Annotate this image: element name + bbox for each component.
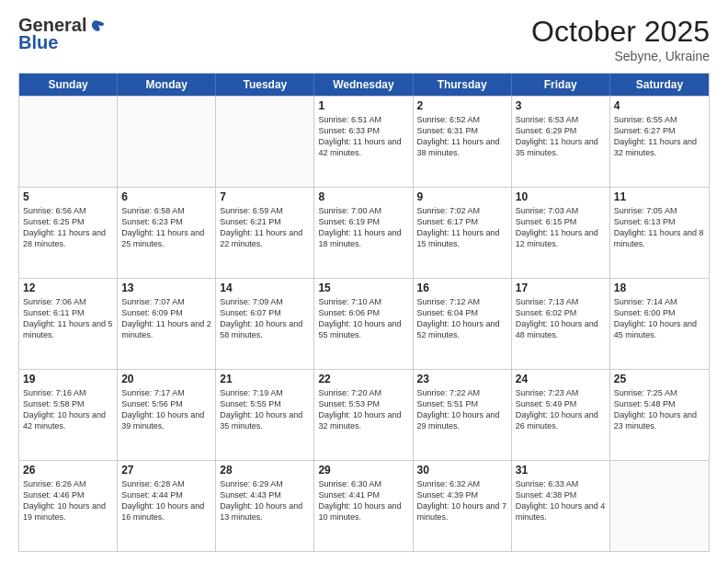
day-info: Sunrise: 6:32 AM Sunset: 4:39 PM Dayligh… [417, 478, 507, 523]
day-cell-18: 18Sunrise: 7:14 AM Sunset: 6:00 PM Dayli… [610, 279, 709, 369]
day-info: Sunrise: 6:53 AM Sunset: 6:29 PM Dayligh… [516, 114, 606, 159]
day-info: Sunrise: 7:09 AM Sunset: 6:07 PM Dayligh… [220, 296, 310, 341]
day-number: 14 [220, 282, 310, 294]
day-number: 23 [417, 373, 507, 385]
day-cell-1: 1Sunrise: 6:51 AM Sunset: 6:33 PM Daylig… [314, 97, 413, 187]
day-header-monday: Monday [118, 74, 216, 96]
day-info: Sunrise: 6:52 AM Sunset: 6:31 PM Dayligh… [417, 114, 507, 159]
logo-blue-text: Blue [18, 32, 58, 53]
day-info: Sunrise: 7:13 AM Sunset: 6:02 PM Dayligh… [516, 296, 606, 341]
day-header-saturday: Saturday [610, 74, 709, 96]
day-number: 12 [23, 282, 113, 294]
day-info: Sunrise: 7:02 AM Sunset: 6:17 PM Dayligh… [417, 205, 507, 250]
day-info: Sunrise: 7:14 AM Sunset: 6:00 PM Dayligh… [614, 296, 705, 341]
day-info: Sunrise: 6:51 AM Sunset: 6:33 PM Dayligh… [318, 114, 408, 159]
calendar-row-2: 5Sunrise: 6:56 AM Sunset: 6:25 PM Daylig… [19, 187, 709, 278]
day-cell-28: 28Sunrise: 6:29 AM Sunset: 4:43 PM Dayli… [216, 461, 314, 551]
month-title: October 2025 [531, 15, 710, 49]
empty-cell-4-6 [610, 461, 709, 551]
day-number: 31 [516, 464, 606, 477]
day-info: Sunrise: 6:30 AM Sunset: 4:41 PM Dayligh… [318, 478, 408, 523]
day-number: 16 [417, 282, 507, 294]
day-header-wednesday: Wednesday [314, 74, 413, 96]
day-number: 19 [23, 373, 113, 385]
empty-cell-0-1 [118, 97, 216, 187]
day-number: 15 [318, 282, 408, 294]
day-info: Sunrise: 7:05 AM Sunset: 6:13 PM Dayligh… [614, 205, 705, 250]
day-info: Sunrise: 6:56 AM Sunset: 6:25 PM Dayligh… [23, 205, 113, 250]
day-cell-11: 11Sunrise: 7:05 AM Sunset: 6:13 PM Dayli… [610, 188, 709, 278]
day-header-friday: Friday [512, 74, 610, 96]
day-info: Sunrise: 7:03 AM Sunset: 6:15 PM Dayligh… [516, 205, 606, 250]
day-cell-2: 2Sunrise: 6:52 AM Sunset: 6:31 PM Daylig… [414, 97, 512, 187]
day-cell-6: 6Sunrise: 6:58 AM Sunset: 6:23 PM Daylig… [118, 188, 216, 278]
day-info: Sunrise: 7:17 AM Sunset: 5:56 PM Dayligh… [121, 387, 211, 432]
calendar-header: SundayMondayTuesdayWednesdayThursdayFrid… [19, 74, 709, 96]
day-number: 8 [318, 190, 408, 203]
day-number: 21 [220, 373, 310, 385]
day-info: Sunrise: 7:16 AM Sunset: 5:58 PM Dayligh… [23, 387, 113, 432]
calendar-row-5: 26Sunrise: 6:26 AM Sunset: 4:46 PM Dayli… [19, 460, 709, 551]
day-cell-23: 23Sunrise: 7:22 AM Sunset: 5:51 PM Dayli… [414, 370, 512, 460]
day-info: Sunrise: 7:23 AM Sunset: 5:49 PM Dayligh… [516, 387, 606, 432]
day-cell-7: 7Sunrise: 6:59 AM Sunset: 6:21 PM Daylig… [216, 188, 314, 278]
day-number: 22 [318, 373, 408, 385]
day-header-thursday: Thursday [414, 74, 512, 96]
day-cell-21: 21Sunrise: 7:19 AM Sunset: 5:55 PM Dayli… [216, 370, 314, 460]
day-cell-4: 4Sunrise: 6:55 AM Sunset: 6:27 PM Daylig… [610, 97, 709, 187]
day-number: 7 [220, 190, 310, 203]
day-number: 4 [614, 99, 705, 112]
page: General Blue October 2025 Sebyne, Ukrain… [0, 0, 728, 563]
day-cell-22: 22Sunrise: 7:20 AM Sunset: 5:53 PM Dayli… [314, 370, 413, 460]
day-info: Sunrise: 6:55 AM Sunset: 6:27 PM Dayligh… [614, 114, 705, 159]
day-cell-8: 8Sunrise: 7:00 AM Sunset: 6:19 PM Daylig… [314, 188, 413, 278]
day-number: 9 [417, 190, 507, 203]
logo: General Blue [18, 15, 105, 53]
location: Sebyne, Ukraine [531, 49, 710, 63]
day-cell-25: 25Sunrise: 7:25 AM Sunset: 5:48 PM Dayli… [610, 370, 709, 460]
day-number: 10 [516, 190, 606, 203]
day-info: Sunrise: 7:00 AM Sunset: 6:19 PM Dayligh… [318, 205, 408, 250]
calendar-row-3: 12Sunrise: 7:06 AM Sunset: 6:11 PM Dayli… [19, 278, 709, 369]
day-number: 3 [516, 99, 606, 112]
day-cell-24: 24Sunrise: 7:23 AM Sunset: 5:49 PM Dayli… [512, 370, 610, 460]
day-cell-5: 5Sunrise: 6:56 AM Sunset: 6:25 PM Daylig… [19, 188, 118, 278]
day-cell-31: 31Sunrise: 6:33 AM Sunset: 4:38 PM Dayli… [512, 461, 610, 551]
day-cell-30: 30Sunrise: 6:32 AM Sunset: 4:39 PM Dayli… [414, 461, 512, 551]
day-info: Sunrise: 7:19 AM Sunset: 5:55 PM Dayligh… [220, 387, 310, 432]
day-cell-17: 17Sunrise: 7:13 AM Sunset: 6:02 PM Dayli… [512, 279, 610, 369]
day-number: 2 [417, 99, 507, 112]
day-number: 27 [121, 464, 211, 477]
calendar-row-1: 1Sunrise: 6:51 AM Sunset: 6:33 PM Daylig… [19, 96, 709, 187]
day-number: 11 [614, 190, 705, 203]
day-header-sunday: Sunday [19, 74, 118, 96]
day-number: 1 [318, 99, 408, 112]
day-number: 26 [23, 464, 113, 477]
day-cell-16: 16Sunrise: 7:12 AM Sunset: 6:04 PM Dayli… [414, 279, 512, 369]
day-number: 28 [220, 464, 310, 477]
day-cell-19: 19Sunrise: 7:16 AM Sunset: 5:58 PM Dayli… [19, 370, 118, 460]
day-info: Sunrise: 7:12 AM Sunset: 6:04 PM Dayligh… [417, 296, 507, 341]
day-number: 6 [121, 190, 211, 203]
day-cell-14: 14Sunrise: 7:09 AM Sunset: 6:07 PM Dayli… [216, 279, 314, 369]
day-info: Sunrise: 6:59 AM Sunset: 6:21 PM Dayligh… [220, 205, 310, 250]
day-cell-10: 10Sunrise: 7:03 AM Sunset: 6:15 PM Dayli… [512, 188, 610, 278]
day-cell-26: 26Sunrise: 6:26 AM Sunset: 4:46 PM Dayli… [19, 461, 118, 551]
day-cell-20: 20Sunrise: 7:17 AM Sunset: 5:56 PM Dayli… [118, 370, 216, 460]
empty-cell-0-2 [216, 97, 314, 187]
day-number: 13 [121, 282, 211, 294]
day-info: Sunrise: 6:58 AM Sunset: 6:23 PM Dayligh… [121, 205, 211, 250]
day-number: 17 [516, 282, 606, 294]
day-cell-12: 12Sunrise: 7:06 AM Sunset: 6:11 PM Dayli… [19, 279, 118, 369]
logo-bird-icon [88, 17, 105, 34]
title-section: October 2025 Sebyne, Ukraine [531, 15, 710, 63]
day-number: 20 [121, 373, 211, 385]
day-cell-13: 13Sunrise: 7:07 AM Sunset: 6:09 PM Dayli… [118, 279, 216, 369]
day-number: 5 [23, 190, 113, 203]
day-number: 24 [516, 373, 606, 385]
day-info: Sunrise: 7:10 AM Sunset: 6:06 PM Dayligh… [318, 296, 408, 341]
header: General Blue October 2025 Sebyne, Ukrain… [18, 15, 710, 63]
day-header-tuesday: Tuesday [216, 74, 314, 96]
calendar-row-4: 19Sunrise: 7:16 AM Sunset: 5:58 PM Dayli… [19, 369, 709, 460]
day-number: 18 [614, 282, 705, 294]
